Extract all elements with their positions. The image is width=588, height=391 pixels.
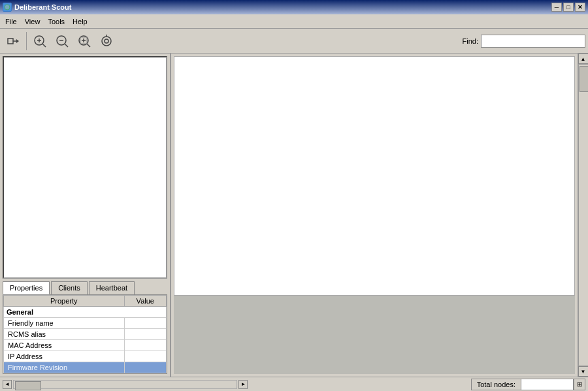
zoom-out-btn[interactable] <box>52 31 73 51</box>
svg-point-17 <box>105 39 108 43</box>
group-general-label: General <box>4 307 167 318</box>
group-general: General <box>4 307 167 318</box>
val-friendly-name <box>124 318 166 329</box>
scroll-down-arrow[interactable]: ▼ <box>578 366 589 377</box>
maximize-btn[interactable]: □ <box>563 3 574 12</box>
minimize-btn[interactable]: ─ <box>551 3 562 12</box>
col-value: Value <box>124 296 166 307</box>
table-row[interactable]: MAC Address <box>4 340 167 351</box>
menu-bar: File View Tools Help <box>0 14 588 29</box>
toolbar-find: Find: <box>463 35 585 48</box>
svg-rect-1 <box>8 39 13 44</box>
total-nodes-label: Total nodes: <box>471 379 521 390</box>
menu-view[interactable]: View <box>21 16 44 27</box>
canvas-area <box>171 54 578 377</box>
find-label: Find: <box>463 37 478 45</box>
svg-point-16 <box>102 37 111 46</box>
corner-resize-btn[interactable]: ⊞ <box>574 379 585 390</box>
prop-ip-address: IP Address <box>4 351 125 362</box>
app-icon <box>3 3 12 12</box>
canvas-lower <box>174 296 575 374</box>
svg-line-10 <box>65 44 68 47</box>
title-bar-title: Deliberant Scout <box>14 3 71 11</box>
tab-properties[interactable]: Properties <box>3 281 50 294</box>
svg-line-7 <box>42 44 46 47</box>
table-row[interactable]: IP Address <box>4 351 167 362</box>
bottom-scroll-track[interactable] <box>13 380 237 389</box>
title-bar-left: Deliberant Scout <box>3 3 71 12</box>
val-ip-address <box>124 351 166 362</box>
nav-left-btn[interactable]: ◄ <box>3 380 12 389</box>
tab-clients[interactable]: Clients <box>51 281 88 294</box>
bottom-bar: ◄ ► Total nodes: ⊞ <box>0 377 588 391</box>
val-firmware-revision <box>124 362 166 373</box>
right-scrollbar: ▲ ▼ <box>578 54 588 377</box>
scroll-thumb-v[interactable] <box>580 66 589 92</box>
title-bar-controls: ─ □ ✕ <box>551 3 585 12</box>
main-content: Properties Clients Heartbeat Property Va… <box>0 54 588 377</box>
zoom-in-btn[interactable] <box>29 31 50 51</box>
total-nodes-area: Total nodes: <box>471 379 574 390</box>
val-rcms-alias <box>124 329 166 340</box>
properties-panel: Property Value General Friendly name RCM… <box>3 294 167 374</box>
tree-area[interactable] <box>3 56 167 279</box>
table-row[interactable]: Friendly name <box>4 318 167 329</box>
menu-file[interactable]: File <box>1 16 21 27</box>
svg-marker-3 <box>16 39 19 43</box>
tab-heartbeat[interactable]: Heartbeat <box>89 281 135 294</box>
zoom-reset-btn[interactable] <box>96 31 117 51</box>
col-property: Property <box>4 296 125 307</box>
table-row-selected[interactable]: Firmware Revision <box>4 362 167 373</box>
tabs-bar: Properties Clients Heartbeat <box>0 280 170 294</box>
properties-table: Property Value General Friendly name RCM… <box>3 295 167 373</box>
svg-line-15 <box>87 44 90 47</box>
table-row[interactable]: RCMS alias <box>4 329 167 340</box>
prop-rcms-alias: RCMS alias <box>4 329 125 340</box>
title-bar: Deliberant Scout ─ □ ✕ <box>0 0 588 14</box>
scroll-up-arrow[interactable]: ▲ <box>578 54 589 64</box>
val-mac-address <box>124 340 166 351</box>
svg-point-0 <box>5 5 10 10</box>
connect-btn[interactable] <box>3 31 24 51</box>
prop-firmware-revision: Firmware Revision <box>4 362 125 373</box>
menu-tools[interactable]: Tools <box>44 16 69 27</box>
scroll-track-v[interactable] <box>578 64 589 366</box>
nav-right-btn[interactable]: ► <box>238 380 248 389</box>
toolbar-sep-1 <box>26 32 27 50</box>
total-nodes-value <box>521 379 574 390</box>
scroll-thumb-h[interactable] <box>15 381 41 390</box>
menu-help[interactable]: Help <box>69 16 91 27</box>
find-input[interactable] <box>481 35 585 48</box>
close-btn[interactable]: ✕ <box>575 3 585 12</box>
right-panel <box>171 54 578 377</box>
toolbar: Find: <box>0 29 588 54</box>
left-panel: Properties Clients Heartbeat Property Va… <box>0 54 171 377</box>
prop-mac-address: MAC Address <box>4 340 125 351</box>
zoom-fit-btn[interactable] <box>74 31 95 51</box>
canvas-upper[interactable] <box>174 56 575 296</box>
prop-friendly-name: Friendly name <box>4 318 125 329</box>
